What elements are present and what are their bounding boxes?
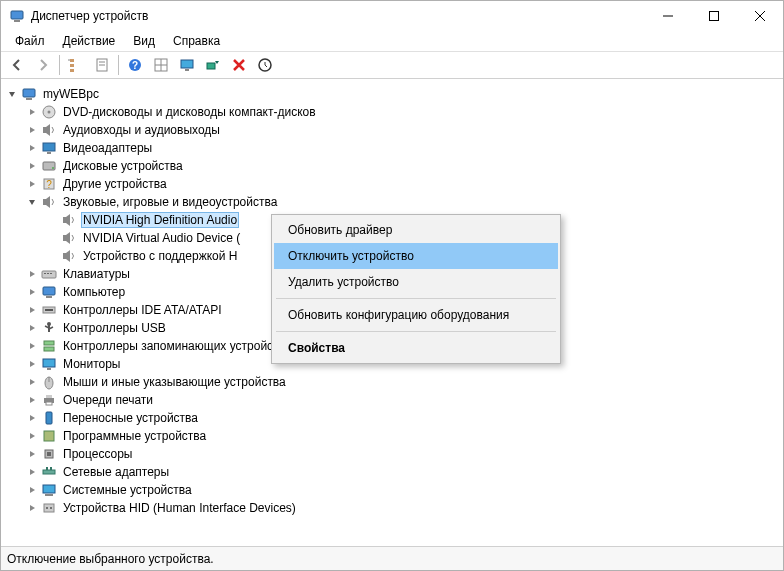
window-title: Диспетчер устройств (31, 9, 645, 23)
uninstall-button[interactable] (227, 53, 251, 77)
cpu-icon (41, 446, 57, 462)
tree-item-label: Сетевые адаптеры (61, 465, 171, 479)
chevron-right-icon[interactable] (25, 411, 39, 425)
tree-item-label: Переносные устройства (61, 411, 200, 425)
close-button[interactable] (737, 1, 783, 31)
cm-properties[interactable]: Свойства (274, 335, 558, 361)
computer-icon (41, 284, 57, 300)
usb-icon (41, 320, 57, 336)
tree-item[interactable]: Устройства HID (Human Interface Devices) (25, 499, 779, 517)
tree-item[interactable]: Переносные устройства (25, 409, 779, 427)
chevron-right-icon[interactable] (25, 321, 39, 335)
tree-item[interactable]: Мыши и иные указывающие устройства (25, 373, 779, 391)
tree-root[interactable]: myWEBpc (5, 85, 779, 103)
printer-icon (41, 392, 57, 408)
titlebar: Диспетчер устройств (1, 1, 783, 31)
menu-view[interactable]: Вид (125, 32, 163, 50)
tree-device-label: NVIDIA Virtual Audio Device ( (81, 231, 242, 245)
tree-device-label: Устройство с поддержкой H (81, 249, 240, 263)
refresh-button[interactable] (253, 53, 277, 77)
storage-icon (41, 338, 57, 354)
toolbar (1, 51, 783, 79)
chevron-right-icon[interactable] (25, 429, 39, 443)
tree-item[interactable]: Программные устройства (25, 427, 779, 445)
nav-back-button[interactable] (5, 53, 29, 77)
chevron-right-icon[interactable] (25, 123, 39, 137)
chevron-right-icon[interactable] (25, 357, 39, 371)
network-icon (41, 464, 57, 480)
chevron-right-icon[interactable] (25, 159, 39, 173)
chevron-right-icon[interactable] (25, 393, 39, 407)
cm-disable-device[interactable]: Отключить устройство (274, 243, 558, 269)
menu-help[interactable]: Справка (165, 32, 228, 50)
chevron-right-icon[interactable] (25, 483, 39, 497)
cm-scan-hardware[interactable]: Обновить конфигурацию оборудования (274, 302, 558, 328)
back-icon (9, 57, 25, 73)
tree-item[interactable]: Видеоадаптеры (25, 139, 779, 157)
tree-item[interactable]: Сетевые адаптеры (25, 463, 779, 481)
menu-file[interactable]: Файл (7, 32, 53, 50)
close-icon (755, 11, 765, 21)
menu-action[interactable]: Действие (55, 32, 124, 50)
cm-update-driver[interactable]: Обновить драйвер (274, 217, 558, 243)
chevron-right-icon[interactable] (25, 285, 39, 299)
statusbar: Отключение выбранного устройства. (1, 546, 783, 570)
help-button[interactable] (123, 53, 147, 77)
chevron-right-icon[interactable] (25, 375, 39, 389)
chevron-right-icon[interactable] (25, 303, 39, 317)
nav-forward-button[interactable] (31, 53, 55, 77)
properties-button[interactable] (90, 53, 114, 77)
tree-item[interactable]: Аудиовходы и аудиовыходы (25, 121, 779, 139)
chevron-down-icon[interactable] (5, 87, 19, 101)
monitor-icon (41, 356, 57, 372)
tree-item[interactable]: Процессоры (25, 445, 779, 463)
app-icon (9, 8, 25, 24)
tree-item-label: Мониторы (61, 357, 122, 371)
maximize-icon (709, 11, 719, 21)
tree-item-label: Звуковые, игровые и видеоустройства (61, 195, 279, 209)
chevron-right-icon[interactable] (25, 501, 39, 515)
cm-uninstall-device[interactable]: Удалить устройство (274, 269, 558, 295)
chevron-right-icon[interactable] (25, 141, 39, 155)
disc-icon (41, 104, 57, 120)
cm-separator (276, 298, 556, 299)
tree-item-label: Другие устройства (61, 177, 169, 191)
tree-item-label: Программные устройства (61, 429, 208, 443)
grid-button[interactable] (149, 53, 173, 77)
chevron-right-icon[interactable] (25, 339, 39, 353)
chevron-right-icon[interactable] (25, 267, 39, 281)
display-icon (41, 140, 57, 156)
maximize-button[interactable] (691, 1, 737, 31)
cm-separator (276, 331, 556, 332)
toolbar-separator (59, 55, 60, 75)
audio-icon (41, 194, 57, 210)
chevron-right-icon[interactable] (25, 465, 39, 479)
remove-icon (231, 57, 247, 73)
forward-icon (35, 57, 51, 73)
tree-item[interactable]: Очереди печати (25, 391, 779, 409)
tree-item[interactable]: Дисковые устройства (25, 157, 779, 175)
tree-item-label: Контроллеры запоминающих устройств (61, 339, 287, 353)
chevron-right-icon[interactable] (25, 105, 39, 119)
chevron-down-icon[interactable] (25, 195, 39, 209)
system-icon (41, 482, 57, 498)
tree-item[interactable]: Системные устройства (25, 481, 779, 499)
hid-icon (41, 500, 57, 516)
tree-item-sound[interactable]: Звуковые, игровые и видеоустройства (25, 193, 779, 211)
mouse-icon (41, 374, 57, 390)
chevron-right-icon[interactable] (25, 447, 39, 461)
tree-item[interactable]: DVD-дисководы и дисководы компакт-дисков (25, 103, 779, 121)
tree-item-label: Видеоадаптеры (61, 141, 154, 155)
show-hidden-button[interactable] (64, 53, 88, 77)
tree-icon (68, 57, 84, 73)
monitor-button[interactable] (175, 53, 199, 77)
tree-item-label: Процессоры (61, 447, 135, 461)
chevron-right-icon[interactable] (25, 177, 39, 191)
scan-button[interactable] (201, 53, 225, 77)
tree-item-label: Мыши и иные указывающие устройства (61, 375, 288, 389)
keyboard-icon (41, 266, 57, 282)
tree-item[interactable]: Другие устройства (25, 175, 779, 193)
context-menu: Обновить драйвер Отключить устройство Уд… (271, 214, 561, 364)
audio-icon (61, 230, 77, 246)
minimize-button[interactable] (645, 1, 691, 31)
